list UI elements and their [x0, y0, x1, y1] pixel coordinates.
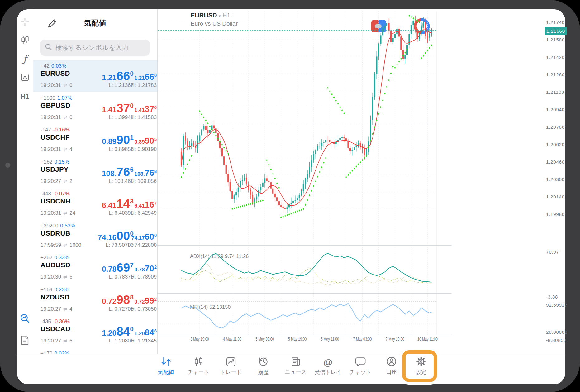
ask-price: 1.41370	[135, 105, 157, 113]
quote-change: +1620.15%	[40, 159, 69, 165]
ask-price: 74.17600	[131, 233, 157, 241]
history-icon	[258, 356, 269, 367]
quote-time-spread: 19:20:31 ⇌ 0	[40, 82, 73, 88]
quote-high: H: 74.22800	[128, 242, 157, 248]
price-chart[interactable]: 3 May 19:004 May 11:005 May 03:005 May 1…	[157, 9, 565, 354]
quote-low: L: 0.78376	[109, 274, 134, 280]
quote-symbol: NZDUSD	[40, 293, 69, 301]
nav-tab-accounts[interactable]: 口座	[386, 356, 397, 376]
nav-tab-charts[interactable]: チャート	[188, 356, 209, 376]
spread-icon: ⇌	[63, 306, 68, 312]
quote-row-gbpusd[interactable]: +15001.07%GBPUSD19:20:31 ⇌ 01.413701.413…	[33, 92, 157, 124]
nav-tab-label: チャート	[188, 369, 209, 376]
nav-tab-trade[interactable]: トレード	[220, 356, 241, 376]
quote-symbol: USDJPY	[40, 165, 69, 174]
quote-symbol: GBPUSD	[40, 102, 70, 110]
sidebar-new-chart-icon[interactable]	[17, 333, 33, 347]
timeframe-label: H1	[21, 93, 29, 101]
quote-low: L: 1.20806	[109, 338, 134, 344]
nav-tab-label: 気配値	[158, 369, 174, 376]
svg-text:5 May 19:00: 5 May 19:00	[288, 337, 307, 342]
quote-low: L: 0.89856	[109, 146, 134, 152]
quote-change: +392000.53%	[40, 223, 75, 229]
sidebar-objects-icon[interactable]	[17, 70, 33, 84]
chat-icon	[355, 356, 366, 367]
quote-change: +2620.33%	[40, 255, 69, 261]
nav-tab-news[interactable]: ニュース	[285, 356, 306, 376]
quote-row-audusd[interactable]: +2620.33%AUDUSD19:20:30 ⇌ 50.786970.7870…	[33, 252, 157, 284]
svg-text:7 May 19:00: 7 May 19:00	[386, 337, 404, 342]
spread-icon: ⇌	[63, 179, 68, 184]
nav-tab-label: 設定	[416, 369, 426, 376]
sidebar-analytics-icon[interactable]	[17, 312, 33, 325]
nav-tab-settings[interactable]: 設定	[416, 356, 427, 376]
quote-change: +1690.23%	[40, 287, 69, 293]
nav-tab-history[interactable]: 履歴	[258, 356, 269, 376]
spread-icon: ⇌	[63, 210, 68, 216]
search-input[interactable]: 検索するシンボルを入力	[40, 40, 150, 56]
nav-tab-inbox[interactable]: @受信トレイ	[315, 356, 341, 376]
inbox-icon: @	[323, 356, 332, 367]
svg-text:6 May 11:00: 6 May 11:00	[321, 337, 339, 342]
quote-row-usdrub[interactable]: +392000.53%USDRUB17:59:59 ⇌ 160074.16000…	[33, 220, 157, 252]
ask-price: 108.768	[135, 169, 157, 177]
ask-price: 0.72992	[135, 297, 157, 305]
ask-price: 1.21660	[135, 73, 157, 81]
quote-low: L: 1.21367	[109, 82, 134, 88]
quote-time-spread: 19:20:30 ⇌ 5	[40, 274, 73, 280]
ipad-screen: ƒH1 気配値 検索するシンボルを入力 +420.03%EURUSD19:20:…	[0, 0, 580, 392]
quote-row-usdjpy[interactable]: +1620.15%USDJPY19:20:27 ⇌ 2108.766108.76…	[33, 156, 157, 188]
quote-change: -147-0.16%	[40, 127, 70, 133]
quote-symbol: AUDUSD	[40, 261, 70, 269]
sidebar-functions-icon[interactable]: ƒ	[17, 52, 33, 65]
svg-text:3 May 19:00: 3 May 19:00	[190, 337, 209, 342]
quote-change: +15001.07%	[40, 95, 72, 101]
quotes-icon	[160, 356, 172, 367]
bid-price: 0.78697	[102, 261, 134, 274]
spread-icon: ⇌	[63, 242, 68, 248]
sidebar-candles-icon[interactable]	[17, 33, 33, 47]
search-placeholder: 検索するシンボルを入力	[55, 43, 128, 52]
nav-tab-label: ニュース	[285, 369, 306, 376]
quote-high: H: 1.21345	[131, 338, 157, 344]
bid-price: 6.41143	[102, 198, 134, 210]
svg-text:7 May 03:00: 7 May 03:00	[353, 337, 372, 342]
quote-time-spread: 19:20:31 ⇌ 0	[40, 114, 73, 121]
quote-symbol: USDCHF	[40, 133, 69, 141]
bid-price: 108.766	[102, 166, 134, 178]
quote-high: H: 1.21783	[131, 82, 157, 88]
bid-price: 0.72988	[102, 294, 134, 306]
svg-text:5 May 03:00: 5 May 03:00	[255, 337, 274, 342]
svg-text:10 May 11:00: 10 May 11:00	[417, 337, 438, 342]
quote-time-spread: 17:59:59 ⇌ 1600	[40, 242, 81, 248]
settings-icon	[416, 356, 427, 367]
quote-symbol: USDCNH	[40, 197, 70, 205]
quote-row-usdcad[interactable]: -435-0.36%USDCAD19:20:27 ⇌ 61.208401.208…	[33, 316, 157, 347]
quote-row-nzdusd[interactable]: +1690.23%NZDUSD19:20:27 ⇌ 40.729880.7299…	[33, 284, 157, 316]
spread-icon: ⇌	[63, 274, 68, 280]
spread-icon: ⇌	[63, 146, 68, 152]
quote-time-spread: 19:20:27 ⇌ 2	[40, 178, 73, 184]
nav-tab-quotes[interactable]: 気配値	[158, 356, 174, 376]
ask-price: 0.89905	[135, 137, 157, 145]
quote-change: -435-0.36%	[40, 318, 70, 325]
charts-icon	[193, 356, 204, 367]
bid-price: 1.41370	[102, 102, 134, 114]
sidebar-crosshair-icon[interactable]	[17, 15, 33, 29]
quote-high: H: 109.056	[131, 178, 157, 184]
quote-row-usdcnh[interactable]: -448-0.07%USDCNH19:20:31 ⇌ 246.411436.41…	[33, 188, 157, 220]
quote-symbol: USDRUB	[40, 229, 70, 237]
quote-row-usdchf[interactable]: -147-0.16%USDCHF19:20:31 ⇌ 40.899010.899…	[33, 124, 157, 156]
bid-price: 1.20840	[102, 325, 134, 337]
quote-high: H: 6.42949	[131, 210, 157, 216]
quote-row-eurusd[interactable]: +420.03%EURUSD19:20:31 ⇌ 01.216601.21660…	[33, 60, 157, 92]
camera-dot	[5, 163, 10, 168]
nav-tab-label: 受信トレイ	[315, 369, 341, 376]
nav-tab-chat[interactable]: チャット	[349, 356, 371, 376]
quote-symbol: EURUSD	[40, 69, 70, 78]
quote-time-spread: 19:20:31 ⇌ 4	[40, 146, 73, 152]
svg-text:4 May 11:00: 4 May 11:00	[223, 337, 241, 342]
quotes-panel-title: 気配値	[33, 18, 157, 28]
sidebar-timeframe-icon[interactable]: H1	[17, 90, 33, 103]
spread-icon: ⇌	[63, 115, 68, 120]
